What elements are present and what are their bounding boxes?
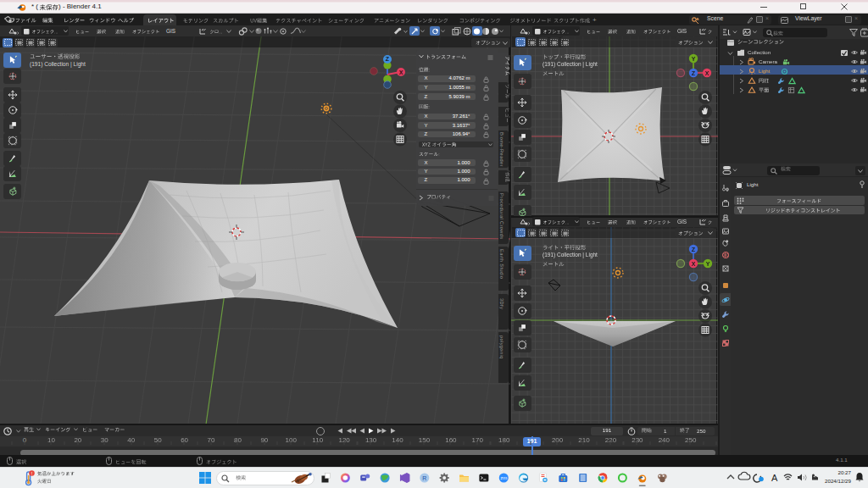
- svg-text:R: R: [422, 475, 426, 481]
- svg-text:A: A: [771, 473, 778, 483]
- svg-text:X: X: [705, 70, 709, 76]
- svg-text:Z: Z: [692, 247, 696, 252]
- svg-text:Y: Y: [692, 56, 696, 62]
- svg-text:Z: Z: [386, 56, 390, 62]
- svg-text:zm: zm: [500, 475, 507, 480]
- svg-text:Z: Z: [692, 70, 696, 76]
- svg-text:X: X: [399, 69, 403, 75]
- svg-text:Y: Y: [706, 261, 710, 267]
- svg-text:X: X: [692, 261, 696, 267]
